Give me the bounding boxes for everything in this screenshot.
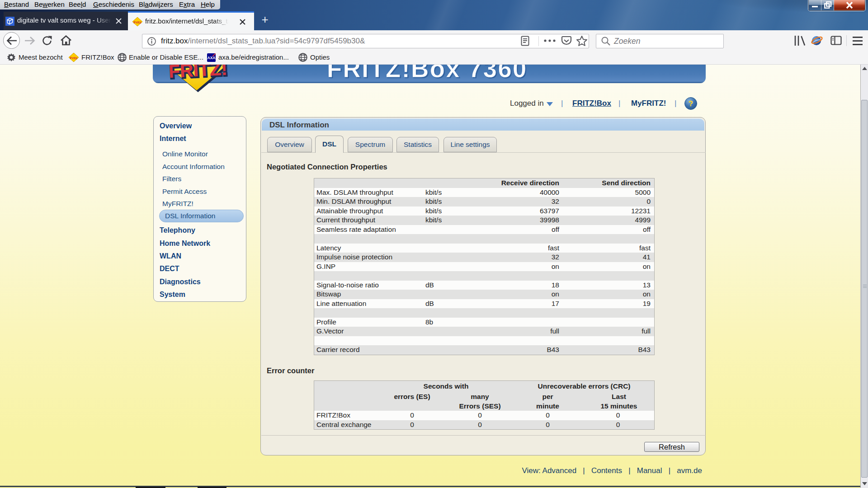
svg-text:Fritz: Fritz xyxy=(70,56,78,60)
svg-text:?: ? xyxy=(689,99,693,108)
svg-text:AXA: AXA xyxy=(208,56,216,60)
svg-text:Fritz: Fritz xyxy=(134,20,142,24)
